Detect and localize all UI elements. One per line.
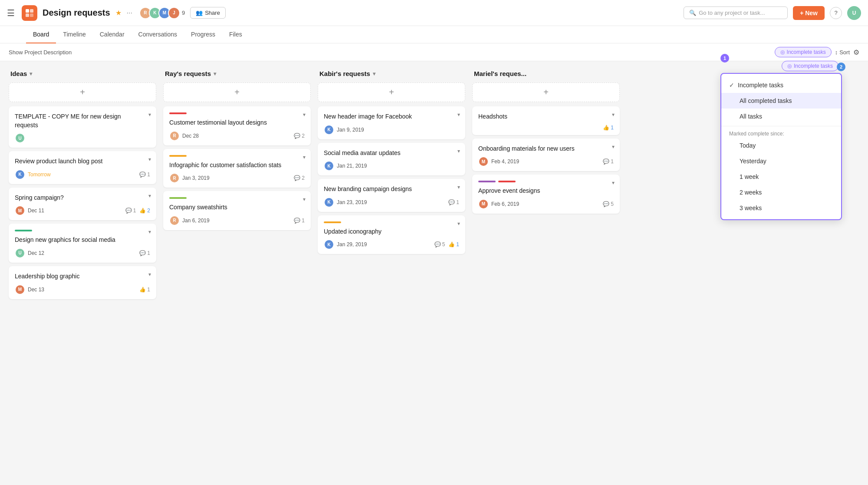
tab-files[interactable]: Files xyxy=(222,26,249,43)
dropdown-item-yesterday[interactable]: Yesterday xyxy=(721,153,841,169)
card-expand-icon[interactable]: ▾ xyxy=(148,112,151,118)
card-footer: K Jan 9, 2019 xyxy=(324,125,459,135)
avatar: M xyxy=(15,284,25,295)
avatar: R xyxy=(169,215,180,226)
card-date: Jan 6, 2019 xyxy=(182,218,210,224)
add-task-button-mariels[interactable]: + xyxy=(472,82,620,102)
column-title-kabirs: Kabir's requests ▾ xyxy=(319,70,375,77)
dropdown-item-2weeks[interactable]: 2 weeks xyxy=(721,185,841,200)
user-avatar[interactable]: U xyxy=(847,6,861,20)
add-task-button-kabirs[interactable]: + xyxy=(318,82,465,102)
card-meta: U xyxy=(15,133,25,143)
card-expand-icon[interactable]: ▾ xyxy=(303,154,306,160)
card-date: Dec 11 xyxy=(28,208,44,214)
card-meta: R Jan 3, 2019 xyxy=(169,173,210,183)
like-icon: 👍 xyxy=(448,241,455,247)
card-expand-icon[interactable]: ▾ xyxy=(457,148,460,154)
card-expand-icon[interactable]: ▾ xyxy=(457,184,460,190)
dropdown-item-incomplete[interactable]: ✓ Incomplete tasks xyxy=(721,77,841,93)
top-navigation: ☰ Design requests ★ ··· R K M J 9 👥 Shar… xyxy=(0,0,868,26)
card-expand-icon[interactable]: ▾ xyxy=(612,144,615,150)
avatar: K xyxy=(324,125,334,135)
active-filter-button[interactable]: ◎ Incomplete tasks xyxy=(782,61,838,71)
card-expand-icon[interactable]: ▾ xyxy=(612,112,615,118)
comment-icon: 💬 xyxy=(448,199,455,205)
tab-calendar[interactable]: Calendar xyxy=(93,26,132,43)
card-meta: K Jan 23, 2019 xyxy=(324,197,367,208)
card-review-product: Review product launch blog post ▾ K Tomo… xyxy=(9,151,156,184)
column-chevron-icon[interactable]: ▾ xyxy=(373,71,375,77)
sort-button[interactable]: ↕ Sort xyxy=(835,49,850,56)
share-button[interactable]: 👥 Share xyxy=(190,7,226,19)
card-date: Jan 23, 2019 xyxy=(337,199,367,205)
member-count: 9 xyxy=(182,10,185,16)
add-task-button-rays[interactable]: + xyxy=(163,82,311,102)
card-footer: U xyxy=(15,133,150,143)
card-iconography: Updated iconography ▾ K Jan 29, 2019 💬 5… xyxy=(318,215,465,254)
card-date: Feb 6, 2019 xyxy=(491,201,519,207)
filter-dropdown-menu: ✓ Incomplete tasks All completed tasks A… xyxy=(720,73,842,220)
card-date: Jan 3, 2019 xyxy=(182,175,210,181)
comment-count: 💬 1 xyxy=(294,218,305,224)
dropdown-item-3weeks[interactable]: 3 weeks xyxy=(721,200,841,216)
card-expand-icon[interactable]: ▾ xyxy=(303,112,306,118)
card-spring-campaign: Spring campaign? ▾ M Dec 11 💬 1 👍 2 xyxy=(9,188,156,221)
dropdown-item-1week[interactable]: 1 week xyxy=(721,169,841,185)
filter-active-icon: ◎ xyxy=(787,63,792,69)
comment-count: 💬 1 xyxy=(603,158,614,165)
avatar: R xyxy=(169,131,180,141)
show-description-link[interactable]: Show Project Description xyxy=(9,49,72,56)
help-button[interactable]: ? xyxy=(830,7,842,19)
card-expand-icon[interactable]: ▾ xyxy=(148,193,151,199)
add-task-button-ideas[interactable]: + xyxy=(9,82,156,102)
incomplete-tasks-filter-button[interactable]: ◎ Incomplete tasks xyxy=(775,47,832,57)
column-chevron-icon[interactable]: ▾ xyxy=(30,71,32,77)
card-expand-icon[interactable]: ▾ xyxy=(612,180,615,186)
star-icon[interactable]: ★ xyxy=(115,9,122,17)
badge-number-1: 1 xyxy=(720,54,729,63)
view-options-button[interactable]: ⚙ xyxy=(853,48,859,56)
tab-conversations[interactable]: Conversations xyxy=(132,26,184,43)
card-expand-icon[interactable]: ▾ xyxy=(457,221,460,227)
card-title: Spring campaign? xyxy=(15,194,150,202)
tab-timeline[interactable]: Timeline xyxy=(56,26,92,43)
card-expand-icon[interactable]: ▾ xyxy=(148,271,151,277)
avatar: M xyxy=(478,156,489,167)
card-footer: R Jan 3, 2019 💬 2 xyxy=(169,173,305,183)
avatar: M xyxy=(478,199,489,209)
color-bar xyxy=(169,155,187,157)
card-expand-icon[interactable]: ▾ xyxy=(148,156,151,162)
column-title-rays: Ray's requests ▾ xyxy=(165,70,216,77)
dropdown-item-today[interactable]: Today xyxy=(721,138,841,153)
comment-icon: 💬 xyxy=(125,208,132,214)
avatar: K xyxy=(324,161,334,171)
card-footer: K Tomorrow 💬 1 xyxy=(15,169,150,180)
card-meta: R Dec 28 xyxy=(169,131,199,141)
new-button[interactable]: + New xyxy=(793,6,825,20)
comment-count: 💬 2 xyxy=(294,133,305,139)
comment-icon: 💬 xyxy=(294,175,300,181)
tab-progress[interactable]: Progress xyxy=(184,26,222,43)
dropdown-item-completed[interactable]: All completed tasks xyxy=(721,93,841,109)
card-meta: M Dec 11 xyxy=(15,205,44,216)
card-expand-icon[interactable]: ▾ xyxy=(457,112,460,118)
dropdown-item-all-tasks[interactable]: All tasks xyxy=(721,109,841,124)
badge-number-2: 2 xyxy=(837,63,845,71)
like-icon: 👍 xyxy=(139,208,146,214)
column-chevron-icon[interactable]: ▾ xyxy=(214,71,216,77)
column-kabirs-requests: Kabir's requests ▾ + New header image fo… xyxy=(318,70,465,257)
comment-count: 💬 1 xyxy=(125,208,136,214)
avatar[interactable]: J xyxy=(168,7,180,19)
card-meta: K Jan 9, 2019 xyxy=(324,125,364,135)
card-meta: K Jan 21, 2019 xyxy=(324,161,367,171)
card-expand-icon[interactable]: ▾ xyxy=(303,196,306,202)
card-expand-icon[interactable]: ▾ xyxy=(148,229,151,235)
like-icon: 👍 xyxy=(603,125,609,131)
search-box[interactable]: 🔍 Go to any project or task... xyxy=(684,7,788,19)
comment-icon: 💬 xyxy=(294,218,300,224)
color-bar-purple xyxy=(478,181,496,182)
tab-board[interactable]: Board xyxy=(26,26,56,43)
card-meta: R Jan 6, 2019 xyxy=(169,215,210,226)
more-icon[interactable]: ··· xyxy=(127,9,132,17)
hamburger-icon[interactable]: ☰ xyxy=(7,8,15,18)
